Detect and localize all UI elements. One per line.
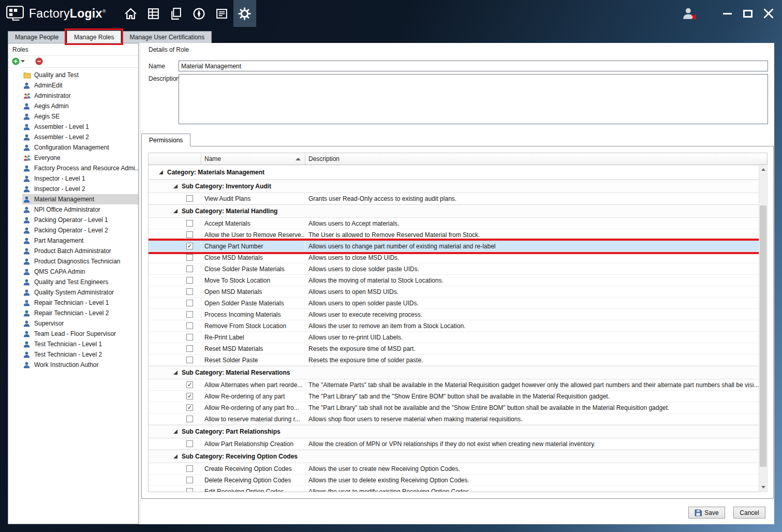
permission-row-view-audit-plans[interactable]: View Audit PlansGrants user Read-Only ac… (149, 193, 759, 204)
role-item-quality-system-administrator[interactable]: Quality System Administrator (22, 287, 138, 298)
permission-row-reset-solder-paste[interactable]: Reset Solder PasteResets the exposure ti… (149, 354, 759, 366)
category-header-category-materials-management[interactable]: Category: Materials Management (149, 165, 759, 180)
subcategory-header-sub-category-inventory-audit[interactable]: Sub Category: Inventory Audit (149, 180, 759, 193)
minimize-button[interactable] (717, 0, 737, 27)
scrollbar-thumb[interactable] (760, 205, 766, 467)
column-header-description[interactable]: Description (305, 153, 759, 165)
role-item-supervisor[interactable]: Supervisor (22, 318, 138, 329)
permission-row-accept-materials[interactable]: Accept MaterialsAllows users to Accept m… (149, 218, 759, 229)
role-description-input[interactable] (179, 74, 768, 124)
worksheet-nav-button[interactable] (142, 0, 165, 27)
role-item-qms-capa-admin[interactable]: QMS CAPA Admin (22, 267, 138, 277)
permission-checkbox[interactable]: ✓ (186, 243, 193, 249)
role-item-product-diagnostics-technician[interactable]: Product Diagnostics Technician (22, 256, 138, 267)
permission-row-allow-re-ordering-of-any-part-fro[interactable]: ✓Allow Re-ordering of any part fro...The… (149, 402, 759, 413)
permission-checkbox[interactable] (186, 220, 193, 227)
role-item-everyone[interactable]: Everyone (22, 153, 138, 163)
role-item-npi-office-administrator[interactable]: NPI Office Administrator (22, 204, 138, 215)
subcategory-header-sub-category-material-reservations[interactable]: Sub Category: Material Reservations (149, 366, 759, 379)
permission-row-reset-msd-materials[interactable]: Reset MSD MaterialsResets the exposure t… (149, 343, 759, 354)
role-item-assembler-level-2[interactable]: Assembler - Level 2 (22, 132, 138, 142)
permission-row-open-msd-materials[interactable]: Open MSD MaterialsAllows users to open M… (149, 286, 759, 298)
permission-row-allow-part-relationship-creation[interactable]: Allow Part Relationship CreationAllow th… (149, 438, 759, 450)
role-item-quality-and-test[interactable]: Quality and Test (22, 70, 138, 80)
role-item-repair-technician-level-2[interactable]: Repair Technician - Level 2 (22, 308, 138, 318)
tab-manage-people[interactable]: Manage People (8, 31, 66, 43)
role-item-packing-operator-level-1[interactable]: Packing Operator - Level 1 (22, 215, 138, 225)
permission-row-close-solder-paste-materials[interactable]: Close Solder Paste MaterialsAllows users… (149, 263, 759, 275)
permission-row-delete-receiving-option-codes[interactable]: Delete Receiving Option CodesAllows the … (149, 475, 759, 486)
column-header-checkbox[interactable] (149, 153, 201, 165)
permission-row-change-part-number[interactable]: ✓Change Part NumberAllows users to chang… (149, 241, 759, 252)
tab-manage-user-certifications[interactable]: Manage User Certifications (122, 31, 212, 43)
role-item-part-management[interactable]: Part Management (22, 235, 138, 246)
vertical-scrollbar[interactable] (759, 165, 768, 492)
permission-row-edit-receiving-option-codes[interactable]: Edit Receiving Option CodesAllows the us… (149, 486, 759, 492)
permission-checkbox[interactable] (186, 440, 193, 447)
documents-nav-button[interactable] (165, 0, 188, 27)
role-name-input[interactable] (179, 61, 768, 71)
role-item-repair-technician-level-1[interactable]: Repair Technician - Level 1 (22, 298, 138, 308)
permission-row-allow-re-ordering-of-any-part[interactable]: ✓Allow Re-ordering of any partThe "Part … (149, 391, 759, 402)
role-item-configuration-management[interactable]: Configuration Management (22, 142, 138, 153)
role-item-aegis-se[interactable]: Aegis SE (22, 111, 138, 122)
settings-nav-button[interactable] (233, 0, 256, 27)
role-item-assembler-level-1[interactable]: Assembler - Level 1 (22, 122, 138, 132)
role-item-material-management[interactable]: Material Management (22, 194, 138, 204)
user-session-icon[interactable] (677, 0, 701, 27)
home-nav-button[interactable] (120, 0, 142, 27)
permission-row-move-to-stock-location[interactable]: Move To Stock LocationAllows the moving … (149, 275, 759, 286)
maximize-button[interactable] (737, 0, 758, 27)
permission-row-close-msd-materials[interactable]: Close MSD MaterialsAllows users to close… (149, 252, 759, 263)
save-button[interactable]: Save (688, 507, 725, 519)
newsfeed-nav-button[interactable] (211, 0, 233, 27)
close-button[interactable] (758, 0, 779, 27)
role-item-team-lead-floor-supervisor[interactable]: Team Lead - Floor Supervisor (22, 329, 138, 339)
role-item-aegis-admin[interactable]: Aegis Admin (22, 101, 138, 111)
permission-checkbox[interactable] (186, 300, 193, 306)
role-item-work-instruction-author[interactable]: Work Instruction Author (22, 360, 138, 370)
permission-checkbox[interactable] (186, 488, 193, 492)
cancel-button[interactable]: Cancel (733, 507, 765, 519)
permission-row-open-solder-paste-materials[interactable]: Open Solder Paste MaterialsAllows users … (149, 298, 759, 309)
permission-checkbox[interactable] (186, 311, 193, 318)
permission-row-remove-from-stock-location[interactable]: Remove From Stock LocationAllows the use… (149, 320, 759, 332)
permission-checkbox[interactable] (186, 416, 193, 422)
permission-checkbox[interactable]: ✓ (186, 393, 193, 400)
permission-row-process-incoming-materials[interactable]: Process Incoming MaterialsAllows user to… (149, 309, 759, 320)
role-item-adminedit[interactable]: AdminEdit (22, 80, 138, 91)
permission-row-create-receiving-option-codes[interactable]: Create Receiving Option CodesAllows the … (149, 463, 759, 475)
scroll-down-button[interactable] (759, 483, 767, 492)
permission-checkbox[interactable] (186, 322, 193, 329)
permission-row-allow-to-reserve-material-during-r[interactable]: Allow to reserve material during r...All… (149, 413, 759, 425)
permission-checkbox[interactable] (186, 465, 193, 472)
permission-checkbox[interactable]: ✓ (186, 404, 193, 411)
permission-checkbox[interactable] (186, 231, 193, 238)
tab-permissions[interactable]: Permissions (141, 134, 190, 146)
permission-checkbox[interactable] (186, 254, 193, 261)
role-item-inspector-level-2[interactable]: Inspector - Level 2 (22, 184, 138, 194)
scroll-up-button[interactable] (759, 165, 767, 174)
add-role-button[interactable] (12, 57, 25, 65)
permission-checkbox[interactable] (186, 195, 193, 202)
tab-manage-roles[interactable]: Manage Roles (67, 31, 121, 43)
permission-checkbox[interactable] (186, 288, 193, 295)
role-item-test-technician-level-1[interactable]: Test Technician - Level 1 (22, 339, 138, 349)
role-item-quality-and-test-engineers[interactable]: Quality and Test Engineers (22, 277, 138, 287)
permission-row-allow-the-user-to-remove-reserve[interactable]: Allow the User to Remove Reserve...The U… (149, 229, 759, 241)
role-item-factory-process-and-resource-admi[interactable]: Factory Process and Resource Admi... (22, 163, 138, 173)
role-item-administrator[interactable]: Administrator (22, 91, 138, 101)
permission-checkbox[interactable] (186, 277, 193, 284)
role-item-packing-operator-level-2[interactable]: Packing Operator - Level 2 (22, 225, 138, 235)
role-item-product-batch-administrator[interactable]: Product Batch Administrator (22, 246, 138, 256)
permission-checkbox[interactable]: ✓ (186, 381, 193, 388)
role-item-test-technician-level-2[interactable]: Test Technician - Level 2 (22, 349, 138, 360)
subcategory-header-sub-category-receiving-option-codes[interactable]: Sub Category: Receiving Option Codes (149, 450, 759, 463)
permission-checkbox[interactable] (186, 265, 193, 272)
permission-checkbox[interactable] (186, 345, 193, 352)
subcategory-header-sub-category-part-relationships[interactable]: Sub Category: Part Relationships (149, 425, 759, 438)
permission-checkbox[interactable] (186, 357, 193, 363)
permission-checkbox[interactable] (186, 334, 193, 341)
role-item-inspector-level-1[interactable]: Inspector - Level 1 (22, 173, 138, 184)
permission-row-allow-alternates-when-part-reorde[interactable]: ✓Allow Alternates when part reorde...The… (149, 379, 759, 391)
